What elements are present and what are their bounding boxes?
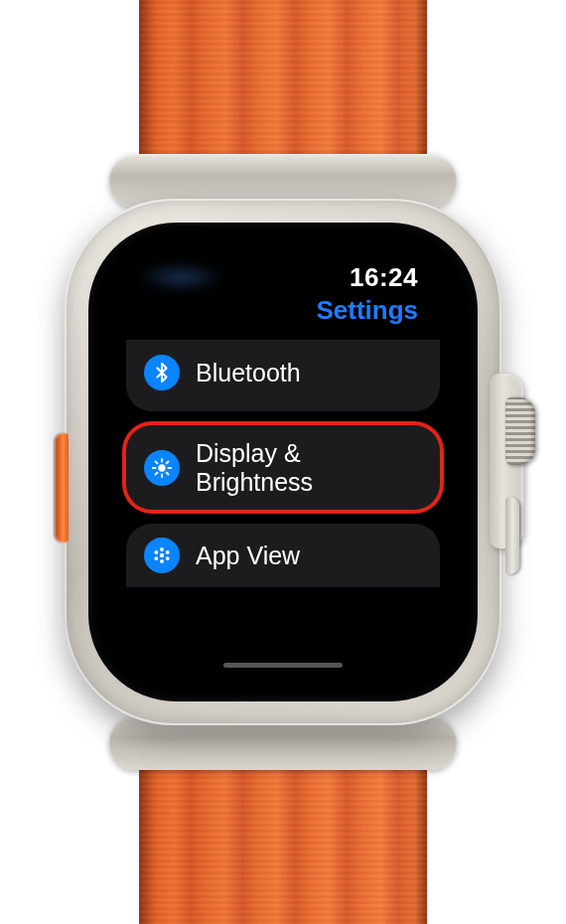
svg-point-9 (160, 553, 164, 557)
screen-bezel: 16:24 Settings Bluetooth (88, 223, 478, 701)
action-button[interactable] (55, 433, 69, 542)
svg-line-8 (167, 461, 169, 463)
svg-point-11 (160, 559, 164, 563)
svg-point-14 (154, 556, 158, 560)
bluetooth-icon (144, 355, 180, 390)
svg-line-5 (155, 461, 157, 463)
svg-point-12 (154, 550, 158, 554)
app-view-icon (144, 538, 180, 573)
status-blur (136, 264, 225, 290)
page-title: Settings (126, 295, 440, 326)
settings-row-display-brightness[interactable]: Display & Brightness (126, 425, 440, 510)
svg-point-13 (166, 550, 170, 554)
settings-list[interactable]: Bluetooth (126, 340, 440, 657)
watch-case: 16:24 Settings Bluetooth (65, 199, 501, 725)
svg-point-15 (166, 556, 170, 560)
svg-line-6 (167, 472, 169, 474)
svg-point-10 (160, 547, 164, 551)
svg-line-7 (155, 472, 157, 474)
svg-point-0 (158, 464, 165, 471)
settings-row-label: Bluetooth (196, 359, 301, 387)
settings-row-bluetooth[interactable]: Bluetooth (126, 340, 440, 411)
brightness-icon (144, 450, 180, 486)
settings-row-label: App View (196, 541, 300, 570)
home-indicator (223, 663, 343, 668)
settings-row-app-view[interactable]: App View (126, 524, 440, 587)
screen: 16:24 Settings Bluetooth (106, 240, 460, 684)
settings-row-label: Display & Brightness (196, 439, 422, 496)
side-button[interactable] (505, 497, 519, 574)
status-time: 16:24 (350, 262, 418, 293)
digital-crown[interactable] (505, 397, 535, 465)
